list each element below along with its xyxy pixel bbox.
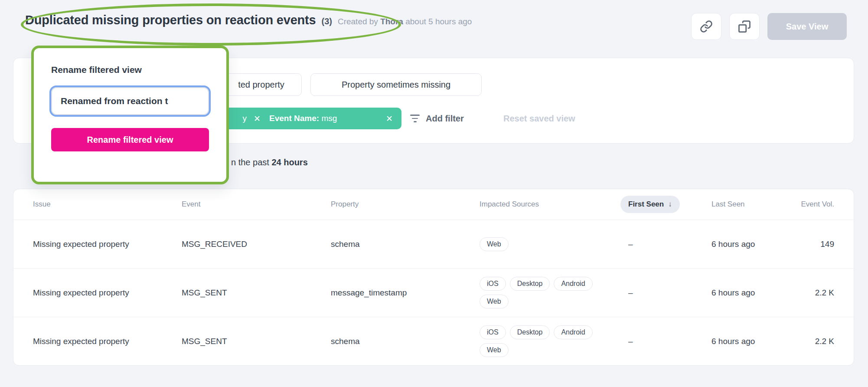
issues-table: Issue Event Property Impacted Sources Fi… <box>13 189 854 366</box>
cell-first-seen: – <box>620 239 711 249</box>
page-header: Duplicated missing properties on reactio… <box>25 13 472 27</box>
copy-link-button[interactable] <box>691 13 721 40</box>
col-header-impacted-sources[interactable]: Impacted Sources <box>480 200 620 209</box>
created-by-prefix: Created by <box>338 17 378 26</box>
col-header-issue[interactable]: Issue <box>33 200 182 209</box>
cell-first-seen: – <box>620 337 711 346</box>
table-body: Missing expected property MSG_RECEIVED s… <box>13 220 854 365</box>
source-pill: Desktop <box>510 325 550 339</box>
cell-event: MSG_RECEIVED <box>182 239 331 249</box>
source-pill: Android <box>554 277 592 291</box>
table-row[interactable]: Missing expected property MSG_RECEIVED s… <box>13 220 854 268</box>
sort-first-seen-button[interactable]: First Seen ↓ <box>620 196 680 213</box>
created-by-name: Thora <box>380 17 403 26</box>
col-header-property[interactable]: Property <box>331 200 480 209</box>
table-row[interactable]: Missing expected property MSG_SENT schem… <box>13 317 854 365</box>
filter-tag-label: Event Name: msg <box>269 114 337 123</box>
save-view-button[interactable]: Save View <box>767 13 847 40</box>
source-pill: Desktop <box>510 277 550 291</box>
cell-last-seen: 6 hours ago <box>711 288 781 298</box>
created-by-timestamp: about 5 hours ago <box>405 17 472 26</box>
cell-event-vol: 149 <box>781 239 834 249</box>
link-icon <box>700 20 713 33</box>
filter-tag-event-name[interactable]: Event Name: msg ✕ <box>261 108 401 129</box>
issue-type-chip-partial[interactable]: ted property <box>221 73 302 96</box>
summary-prefix: n the past <box>231 157 271 167</box>
remove-filter-icon[interactable]: ✕ <box>386 114 393 124</box>
col-header-event[interactable]: Event <box>182 200 331 209</box>
issues-summary: n the past 24 hours <box>231 157 308 167</box>
col-header-first-seen: First Seen ↓ <box>620 196 711 213</box>
rename-filtered-view-button[interactable]: Rename filtered view <box>51 128 209 151</box>
page-title: Duplicated missing properties on reactio… <box>25 13 316 27</box>
cell-first-seen: – <box>620 288 711 298</box>
table-header: Issue Event Property Impacted Sources Fi… <box>13 189 854 220</box>
source-pill: Web <box>480 295 509 308</box>
filter-tag-label: y <box>243 114 247 123</box>
filter-icon <box>410 115 420 122</box>
source-pill: iOS <box>480 325 506 339</box>
table-row[interactable]: Missing expected property MSG_SENT messa… <box>13 268 854 317</box>
cell-event: MSG_SENT <box>182 337 331 346</box>
add-filter-label: Add filter <box>426 114 464 124</box>
cell-issue: Missing expected property <box>33 337 182 346</box>
popover-title: Rename filtered view <box>51 65 209 75</box>
source-pill: Android <box>554 325 592 339</box>
copy-icon <box>738 20 751 33</box>
source-pill: Web <box>480 237 509 251</box>
cell-impacted-sources: iOSDesktopAndroidWeb <box>480 277 620 308</box>
app-root: Duplicated missing properties on reactio… <box>0 0 868 387</box>
cell-last-seen: 6 hours ago <box>711 337 781 346</box>
cell-property: schema <box>331 337 480 346</box>
source-pill: iOS <box>480 277 506 291</box>
duplicate-view-button[interactable] <box>729 13 760 40</box>
rename-popover: Rename filtered view Rename filtered vie… <box>31 46 229 184</box>
cell-impacted-sources: iOSDesktopAndroidWeb <box>480 325 620 357</box>
cell-impacted-sources: Web <box>480 237 620 251</box>
created-by-text: Created by Thora about 5 hours ago <box>338 17 472 26</box>
cell-last-seen: 6 hours ago <box>711 239 781 249</box>
issue-count-badge: (3) <box>321 16 332 26</box>
source-pill: Web <box>480 343 509 357</box>
cell-property: schema <box>331 239 480 249</box>
cell-event: MSG_SENT <box>182 288 331 298</box>
issue-type-chip-property-sometimes-missing[interactable]: Property sometimes missing <box>310 73 482 96</box>
remove-filter-icon[interactable]: ✕ <box>254 114 261 124</box>
add-filter-button[interactable]: Add filter <box>410 108 464 129</box>
cell-issue: Missing expected property <box>33 288 182 298</box>
reset-saved-view-button[interactable]: Reset saved view <box>503 108 575 129</box>
view-name-input[interactable] <box>51 87 209 115</box>
summary-range: 24 hours <box>271 157 307 167</box>
sort-desc-icon: ↓ <box>668 200 672 209</box>
cell-property: message_timestamp <box>331 288 480 298</box>
col-header-event-vol[interactable]: Event Vol. <box>781 200 834 209</box>
cell-event-vol: 2.2 K <box>781 288 834 298</box>
cell-event-vol: 2.2 K <box>781 337 834 346</box>
cell-issue: Missing expected property <box>33 239 182 249</box>
header-actions: Save View <box>691 13 847 40</box>
col-header-last-seen[interactable]: Last Seen <box>711 200 781 209</box>
first-seen-label: First Seen <box>628 200 664 209</box>
